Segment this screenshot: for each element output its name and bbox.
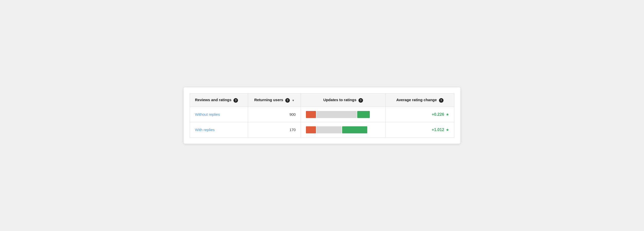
returning-help-icon[interactable]: ? xyxy=(285,98,290,103)
rating-value-without: +0.226 xyxy=(432,112,444,117)
cell-rating-without: +0.226 ★ xyxy=(385,107,454,122)
star-icon-with: ★ xyxy=(446,128,449,132)
sort-arrow-icon[interactable]: ▼ xyxy=(292,99,295,102)
main-card: Reviews and ratings ? Returning users ? … xyxy=(184,87,460,143)
reviews-table: Reviews and ratings ? Returning users ? … xyxy=(190,93,454,137)
bar-gray-without xyxy=(316,111,357,118)
header-reviews: Reviews and ratings ? xyxy=(190,94,248,107)
bar-chart-without xyxy=(306,111,380,118)
header-reviews-text: Reviews and ratings xyxy=(195,98,231,102)
bar-gray-with xyxy=(316,126,342,133)
star-icon-without: ★ xyxy=(446,112,449,117)
header-returning: Returning users ? ▼ xyxy=(248,94,301,107)
header-returning-text: Returning users xyxy=(254,98,283,102)
cell-rating-with: +1.012 ★ xyxy=(385,122,454,137)
bar-chart-with xyxy=(306,126,380,133)
bar-green-without xyxy=(357,111,370,118)
cell-returning-without: 900 xyxy=(248,107,301,122)
average-help-icon[interactable]: ? xyxy=(439,98,444,103)
without-replies-link[interactable]: Without replies xyxy=(195,112,220,117)
cell-bar-without xyxy=(301,107,385,122)
bar-red-without xyxy=(306,111,316,118)
header-updates-text: Updates to ratings xyxy=(323,98,356,102)
table-row: Without replies 900 +0.226 ★ xyxy=(190,107,454,122)
rating-value-with: +1.012 xyxy=(432,128,444,132)
cell-label-without-replies: Without replies xyxy=(190,107,248,122)
cell-bar-with xyxy=(301,122,385,137)
cell-returning-with: 170 xyxy=(248,122,301,137)
with-replies-link[interactable]: With replies xyxy=(195,128,215,132)
header-updates: Updates to ratings ? xyxy=(301,94,385,107)
reviews-help-icon[interactable]: ? xyxy=(233,98,238,103)
header-average-text: Average rating change xyxy=(396,98,437,102)
bar-red-with xyxy=(306,126,316,133)
table-row: With replies 170 +1.012 ★ xyxy=(190,122,454,137)
header-average: Average rating change ? xyxy=(385,94,454,107)
returning-count-without: 900 xyxy=(289,112,296,117)
cell-label-with-replies: With replies xyxy=(190,122,248,137)
returning-count-with: 170 xyxy=(289,128,296,132)
updates-help-icon[interactable]: ? xyxy=(358,98,363,103)
bar-green-with xyxy=(342,126,367,133)
